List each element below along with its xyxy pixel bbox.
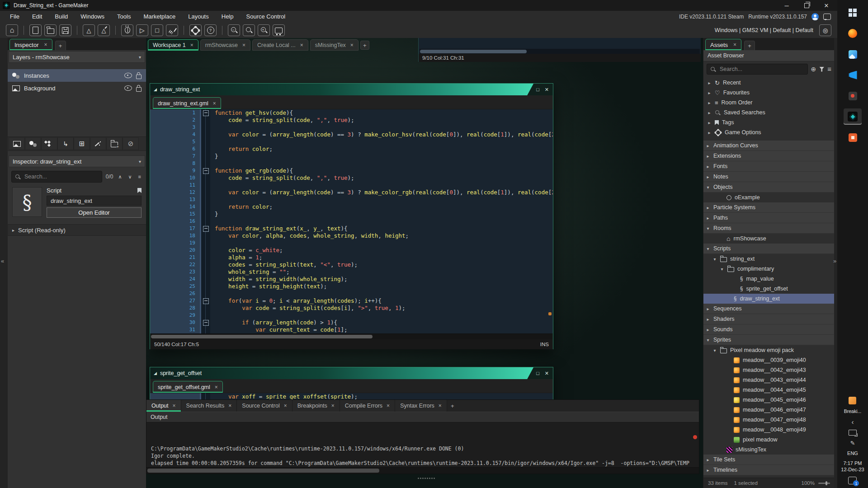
close-icon[interactable]: × <box>228 403 231 409</box>
close-icon[interactable]: × <box>284 403 287 409</box>
asset-row-pixel-meadow-emoji-pack[interactable]: ▾Pixel meadow emoji pack <box>703 345 835 355</box>
chevron-down-icon[interactable]: ▾ <box>706 246 710 251</box>
chevron-down-icon[interactable]: ▾ <box>712 348 717 353</box>
new-project-button[interactable] <box>29 24 42 36</box>
open-project-button[interactable] <box>44 24 57 36</box>
menu-help[interactable]: Help <box>215 11 240 23</box>
chevron-right-icon[interactable]: ▸ <box>707 90 712 95</box>
asset-row-room-order[interactable]: ▸Room Order <box>703 98 835 108</box>
asset-row-meadow-0047-emoji48[interactable]: meadow__0047_emoji48 <box>703 415 835 425</box>
collapse-right-panel-handle[interactable]: » <box>833 258 836 264</box>
collapse-icon[interactable]: ◢ <box>154 371 157 375</box>
menu-marketplace[interactable]: Marketplace <box>137 11 182 23</box>
asset-row-saved-searches[interactable]: ▸Saved Searches <box>703 108 835 117</box>
menu-edit[interactable]: Edit <box>26 11 48 23</box>
notification-icon[interactable]: 1 <box>848 477 857 484</box>
chevron-right-icon[interactable]: ▸ <box>707 130 712 135</box>
restore-button[interactable] <box>798 0 815 11</box>
filter-icon[interactable] <box>819 67 824 72</box>
zoom-out-button[interactable]: − <box>228 24 240 36</box>
taskbar-windows-start[interactable] <box>844 5 862 21</box>
fold-icon[interactable] <box>203 298 209 304</box>
asset-row-extensions[interactable]: ▸Extensions <box>703 151 835 161</box>
asset-row-fonts[interactable]: ▸Fonts <box>703 161 835 172</box>
layout-windows-button[interactable] <box>273 24 285 36</box>
open-editor-button[interactable]: Open Editor <box>47 207 142 218</box>
asset-row-oexample[interactable]: oExample <box>703 192 835 202</box>
taskbar-voice-recorder[interactable] <box>844 88 862 104</box>
add-workspace-tab-button[interactable]: + <box>360 41 369 50</box>
zoom-in-button[interactable]: + <box>258 24 270 36</box>
lock-icon[interactable] <box>136 87 142 92</box>
add-layer-folder-button[interactable] <box>106 137 123 150</box>
asset-row-animation-curves[interactable]: ▸Animation Curves <box>703 141 835 151</box>
chevron-right-icon[interactable]: ▸ <box>706 317 710 322</box>
close-icon[interactable]: × <box>733 42 736 48</box>
browser-menu-icon[interactable] <box>827 65 831 73</box>
asset-row-sounds[interactable]: ▸Sounds <box>703 324 835 335</box>
clock[interactable]: 7:17 PM 12-Dec-23 <box>841 460 864 473</box>
chevron-right-icon[interactable]: ▸ <box>706 143 710 148</box>
output-tab-search-results[interactable]: Search Results× <box>181 400 237 412</box>
workspace-tab-smissingtex[interactable]: sMissingTex× <box>310 39 359 51</box>
taskbar-vscode[interactable] <box>844 67 862 83</box>
asset-row-rooms[interactable]: ▾Rooms <box>703 223 835 234</box>
layer-row-instances[interactable]: Instances <box>8 69 146 82</box>
sprite-window-header[interactable]: ◢ sprite_get_offset □ ✕ <box>150 367 553 379</box>
output-log[interactable]: C:\ProgramData\GameMakerStudio2\Cache\ru… <box>146 422 699 468</box>
tab-sprite-get-offset-gml[interactable]: sprite_get_offset.gml × <box>153 381 223 393</box>
settings-button[interactable] <box>189 24 202 36</box>
taskbar-pinned-app[interactable] <box>844 129 862 145</box>
taskbar-gamemaker[interactable] <box>844 108 862 125</box>
chevron-down-icon[interactable]: ▾ <box>706 226 710 231</box>
menu-source-control[interactable]: Source Control <box>240 11 292 23</box>
chevron-down-icon[interactable]: ▾ <box>706 185 710 190</box>
asset-row-draw-string-ext[interactable]: draw_string_ext <box>703 294 835 304</box>
add-output-tab-button[interactable]: + <box>447 400 458 412</box>
chevron-right-icon[interactable]: ▸ <box>706 154 710 159</box>
code-window-header[interactable]: ◢ draw_string_ext □ ✕ <box>150 84 553 95</box>
close-icon[interactable]: × <box>215 384 218 390</box>
asset-row-sprite-get-offset[interactable]: sprite_get_offset <box>703 284 835 294</box>
menu-file[interactable]: File <box>4 11 26 23</box>
add-asset-icon[interactable] <box>811 65 816 73</box>
chevron-right-icon[interactable]: ▸ <box>707 80 712 85</box>
output-tab-source-control[interactable]: Source Control× <box>237 400 292 412</box>
chevron-right-icon[interactable]: ▸ <box>706 216 710 221</box>
taskbar-photos[interactable] <box>844 46 862 62</box>
target-picker-button[interactable]: ◎ <box>819 24 831 36</box>
asset-row-sequences[interactable]: ▸Sequences <box>703 304 835 314</box>
chevron-right-icon[interactable]: ▸ <box>706 327 710 332</box>
feedback-chat-icon[interactable] <box>823 14 831 20</box>
instance-layer-button[interactable] <box>25 137 41 150</box>
asset-row-particle-systems[interactable]: ▸Particle Systems <box>703 202 835 213</box>
script-name-field[interactable]: draw_string_ext <box>47 196 142 206</box>
asset-row-favourites[interactable]: ▸Favourites <box>703 88 835 98</box>
script-readonly-section[interactable]: ▸ Script (Read-only) <box>8 224 146 236</box>
panel-resize-handle[interactable] <box>410 476 442 480</box>
asset-row-rmshowcase[interactable]: rmShowcase <box>703 234 835 244</box>
asset-row-timelines[interactable]: ▸Timelines <box>703 465 835 475</box>
help-button[interactable] <box>204 24 217 36</box>
close-icon[interactable]: × <box>350 42 354 48</box>
asset-row-tile-sets[interactable]: ▸Tile Sets <box>703 455 835 465</box>
language-indicator[interactable]: ENG <box>847 450 858 456</box>
asset-row-smissingtex[interactable]: sMissingTex <box>703 445 835 455</box>
asset-row-scripts[interactable]: ▾Scripts <box>703 244 835 254</box>
menu-windows[interactable]: Windows <box>74 11 111 23</box>
close-icon[interactable]: × <box>173 403 176 409</box>
pen-settings-icon[interactable] <box>850 440 855 446</box>
asset-row-meadow-0045-emoji46[interactable]: meadow__0045_emoji46 <box>703 395 835 405</box>
chevron-right-icon[interactable]: ▸ <box>706 457 710 462</box>
asset-row-meadow-0048-emoji49[interactable]: meadow__0048_emoji49 <box>703 425 835 435</box>
search-options-button[interactable]: ≡ <box>137 174 142 179</box>
menu-layouts[interactable]: Layouts <box>182 11 215 23</box>
visibility-eye-icon[interactable] <box>124 73 132 78</box>
editor-horizontal-scrollbar[interactable] <box>150 333 553 339</box>
asset-row-recent[interactable]: ▸Recent <box>703 78 835 88</box>
asset-row-meadow-0046-emoji47[interactable]: meadow__0046_emoji47 <box>703 405 835 415</box>
close-icon[interactable]: × <box>190 42 193 48</box>
effect-layer-button[interactable] <box>90 137 106 150</box>
asset-row-pixel-meadow[interactable]: pixel meadow <box>703 435 835 445</box>
asset-row-paths[interactable]: ▸Paths <box>703 213 835 223</box>
